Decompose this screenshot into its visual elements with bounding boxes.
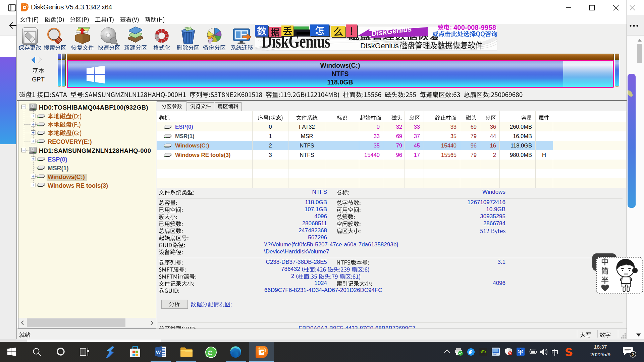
svg-text:intel: intel — [493, 353, 497, 355]
svg-text:2: 2 — [632, 352, 634, 357]
svg-text:W: W — [156, 349, 161, 355]
